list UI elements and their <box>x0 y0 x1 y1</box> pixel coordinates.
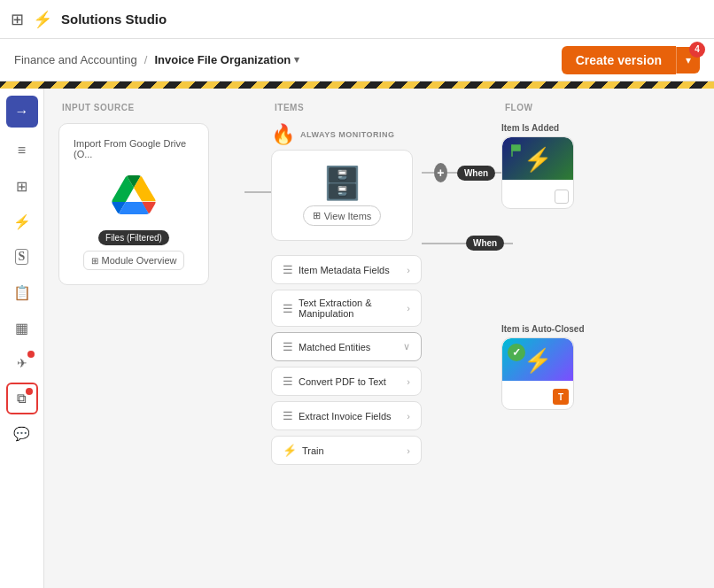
sidebar-item-table[interactable]: ▦ <box>6 312 38 344</box>
plane-icon: ✈ <box>17 356 27 370</box>
chevron-right-icon: › <box>407 445 410 456</box>
chevron-right-icon: › <box>407 376 410 387</box>
topbar: ⊞ ⚡ Solutions Studio <box>0 0 714 39</box>
sidebar-item-s[interactable]: S <box>6 241 38 273</box>
add-connection-button[interactable]: + <box>434 163 447 182</box>
grid-icon: ⊞ <box>16 178 27 195</box>
sidebar-item-layers[interactable]: ≡ <box>6 135 38 166</box>
second-connector: When <box>422 236 585 251</box>
connector-line <box>244 191 271 193</box>
line-left <box>422 172 434 174</box>
sidebar-item-document[interactable]: 📋 <box>6 276 38 308</box>
lightning-icon: ⚡ <box>13 213 31 230</box>
canvas-inner: INPUT SOURCE Import From Google Drive (O… <box>44 89 714 588</box>
input-source-header: INPUT SOURCE <box>58 103 244 112</box>
sidebar-item-lightning[interactable]: ⚡ <box>6 205 38 237</box>
entities-icon: ☰ <box>283 340 293 353</box>
items-card[interactable]: 🗄️ ⊞ View Items <box>271 150 413 241</box>
input-source-section: INPUT SOURCE Import From Google Drive (O… <box>58 103 244 574</box>
items-list: ☰ Item Metadata Fields › ☰ Text Extracti… <box>271 255 422 465</box>
line <box>422 243 466 244</box>
flow-section: FLOW Item Is Added <box>501 103 585 574</box>
copy-icon: ⧉ <box>17 391 27 406</box>
check-circle: ✓ <box>508 344 525 361</box>
list-item-metadata[interactable]: ☰ Item Metadata Fields › <box>271 255 422 284</box>
extraction-label: Text Extraction & Manipulation <box>299 298 407 319</box>
source-card-title: Import From Google Drive (O... <box>74 138 194 159</box>
invoice-icon: ☰ <box>283 409 293 422</box>
chevron-right-icon: › <box>407 303 410 313</box>
list-item-pdf[interactable]: ☰ Convert PDF to Text › <box>271 367 422 396</box>
s-icon: S <box>15 249 29 265</box>
list-item-extraction[interactable]: ☰ Text Extraction & Manipulation › <box>271 290 422 327</box>
grid-icon[interactable]: ⊞ <box>11 10 24 29</box>
items-section: ITEMS 🔥 ALWAYS MONITORING 🗄️ ⊞ View Item… <box>271 103 422 574</box>
sidebar-item-grid[interactable]: ⊞ <box>6 170 38 202</box>
item-added-card[interactable]: ⚡ <box>501 136 574 209</box>
flow-header: FLOW <box>501 103 585 112</box>
svg-rect-0 <box>511 144 521 151</box>
item-added-title: Item Is Added <box>501 123 585 133</box>
sidebar-item-arrow[interactable]: → <box>6 96 38 128</box>
train-label: Train <box>302 445 324 456</box>
breadcrumb-bar: Finance and Accounting / Invoice File Or… <box>0 39 714 81</box>
notification-dot <box>27 351 35 358</box>
view-items-icon: ⊞ <box>313 210 321 221</box>
flow-item-autoclosed: Item is Auto-Closed ✓ ⚡ T <box>501 324 585 410</box>
flame-icon: 🔥 <box>271 123 295 146</box>
monitoring-label: ALWAYS MONITORING <box>300 130 395 139</box>
table-icon: ▦ <box>15 320 28 337</box>
invoice-label: Extract Invoice Fields <box>299 411 392 422</box>
when-badge-2: When <box>466 236 504 251</box>
chat-icon: 💬 <box>13 426 30 442</box>
canvas: INPUT SOURCE Import From Google Drive (O… <box>44 89 714 588</box>
flow-item-added: Item Is Added ⚡ <box>501 123 585 209</box>
list-item-train[interactable]: ⚡ Train › <box>271 436 422 465</box>
line2 <box>504 243 513 244</box>
pdf-icon: ☰ <box>283 375 293 388</box>
breadcrumb-separator: / <box>144 53 148 66</box>
chevron-right-icon: › <box>407 411 410 422</box>
main-layout: → ≡ ⊞ ⚡ S 📋 ▦ ✈ ⧉ 💬 <box>0 89 714 588</box>
module-overview-button[interactable]: ⊞ Module Overview <box>83 251 185 270</box>
line-after-when <box>495 172 501 174</box>
document-icon: 📋 <box>13 284 31 301</box>
t-badge: T <box>553 389 569 405</box>
version-badge: 4 <box>689 42 705 58</box>
metadata-label: Item Metadata Fields <box>299 265 390 275</box>
chevron-down-icon: ▾ <box>294 54 299 66</box>
items-header: ITEMS <box>271 103 422 112</box>
line-right <box>447 172 457 174</box>
breadcrumb-parent[interactable]: Finance and Accounting <box>14 53 137 66</box>
create-version-dropdown[interactable]: ▾ 4 <box>676 47 700 74</box>
create-version-button[interactable]: Create version <box>562 46 676 74</box>
view-items-button[interactable]: ⊞ View Items <box>303 205 382 226</box>
sidebar-item-plane[interactable]: ✈ <box>6 347 38 379</box>
checkbox[interactable] <box>555 190 569 204</box>
database-icon: 🗄️ <box>322 165 362 202</box>
entities-label: Matched Entities <box>299 342 370 352</box>
extraction-icon: ☰ <box>283 302 293 315</box>
connector-row: + When <box>422 163 501 182</box>
breadcrumb-current[interactable]: Invoice File Organization ▾ <box>154 53 299 66</box>
sidebar-item-copy[interactable]: ⧉ <box>6 383 38 414</box>
lightning-icon: ⚡ <box>33 10 52 29</box>
files-badge[interactable]: Files (Filtered) <box>98 230 169 245</box>
chevron-right-icon: › <box>407 265 410 275</box>
autoclosed-title: Item is Auto-Closed <box>501 324 585 334</box>
layers-icon: ≡ <box>18 143 26 159</box>
metadata-icon: ☰ <box>283 263 293 276</box>
connector-items-flow: + When <box>422 103 501 574</box>
list-item-matched-entities[interactable]: ☰ Matched Entities ∨ <box>271 332 422 361</box>
source-card[interactable]: Import From Google Drive (O... Files (Fi… <box>58 123 209 285</box>
arrow-right-icon: → <box>15 104 29 120</box>
autoclosed-card[interactable]: ✓ ⚡ T <box>501 337 574 410</box>
monitoring-row: 🔥 ALWAYS MONITORING <box>271 123 422 146</box>
sidebar-item-chat[interactable]: 💬 <box>6 418 38 450</box>
warning-stripe <box>0 81 714 89</box>
pdf-label: Convert PDF to Text <box>299 376 386 387</box>
lightning-icon-2: ⚡ <box>524 347 552 375</box>
module-icon: ⊞ <box>91 256 98 266</box>
list-item-invoice[interactable]: ☰ Extract Invoice Fields › <box>271 401 422 430</box>
app-title: Solutions Studio <box>61 12 167 27</box>
